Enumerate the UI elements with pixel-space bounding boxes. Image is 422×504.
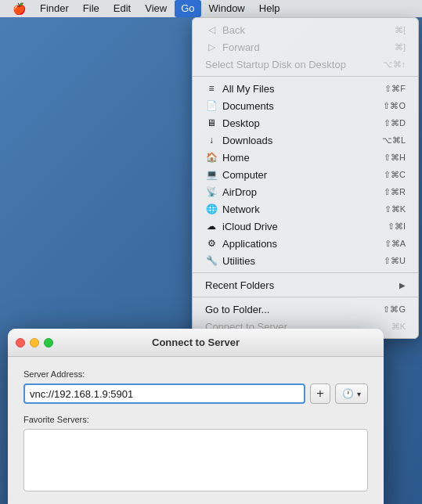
clock-icon: 🕐 (342, 388, 354, 399)
browse-recent-button[interactable]: 🕐 ▾ (335, 383, 368, 404)
recent-folders-arrow: ▶ (399, 281, 406, 290)
icloud-icon: ☁ (205, 220, 218, 232)
separator-2 (193, 272, 418, 273)
menu-network[interactable]: 🌐 Network ⇧⌘K (193, 200, 418, 218)
menu-startup-disk[interactable]: Select Startup Disk on Desktop ⌥⌘↑ (193, 56, 418, 73)
separator-3 (193, 297, 418, 297)
menubar-help[interactable]: Help (253, 0, 287, 17)
menubar-view[interactable]: View (139, 0, 173, 17)
airdrop-icon: 📡 (205, 185, 218, 198)
back-icon: ◁ (205, 23, 218, 36)
applications-icon: ⚙ (205, 237, 218, 250)
downloads-icon: ↓ (205, 134, 218, 146)
forward-icon: ▷ (205, 41, 218, 53)
add-to-favorites-button[interactable]: + (310, 383, 330, 404)
utilities-icon: 🔧 (205, 254, 218, 267)
separator-1 (193, 76, 418, 77)
documents-icon: 📄 (205, 99, 218, 112)
desktop-icon: 🖥 (205, 117, 218, 129)
menubar-go[interactable]: Go (175, 0, 200, 17)
chevron-down-icon: ▾ (357, 390, 361, 398)
favorite-servers-label: Favorite Servers: (23, 415, 368, 424)
menu-airdrop[interactable]: 📡 AirDrop ⇧⌘R (193, 183, 418, 200)
menubar-edit[interactable]: Edit (107, 0, 137, 17)
server-address-label: Server Address: (23, 369, 368, 379)
minimize-button[interactable] (30, 338, 39, 347)
server-address-input[interactable] (23, 383, 305, 404)
traffic-lights (16, 338, 53, 347)
computer-icon: 💻 (205, 168, 218, 181)
menu-forward[interactable]: ▷ Forward ⌘] (193, 38, 418, 56)
menu-downloads[interactable]: ↓ Downloads ⌥⌘L (193, 131, 418, 149)
connect-to-server-dialog: Connect to Server Server Address: + 🕐 ▾ … (8, 329, 384, 504)
menu-back[interactable]: ◁ Back ⌘[ (193, 21, 418, 38)
menu-recent-folders[interactable]: Recent Folders ▶ (193, 276, 418, 293)
dialog-title: Connect to Server (152, 337, 240, 348)
menu-computer[interactable]: 💻 Computer ⇧⌘C (193, 166, 418, 183)
menubar-finder[interactable]: Finder (34, 0, 75, 17)
dialog-body: Server Address: + 🕐 ▾ Favorite Servers: (8, 357, 384, 504)
server-input-row: + 🕐 ▾ (23, 383, 368, 404)
menu-all-my-files[interactable]: ≡ All My Files ⇧⌘F (193, 80, 418, 97)
menubar-file[interactable]: File (77, 0, 106, 17)
menu-home[interactable]: 🏠 Home ⇧⌘H (193, 149, 418, 166)
network-icon: 🌐 (205, 203, 218, 215)
menu-desktop[interactable]: 🖥 Desktop ⇧⌘D (193, 114, 418, 131)
menubar-window[interactable]: Window (203, 0, 251, 17)
zoom-button[interactable] (44, 338, 53, 347)
menubar: 🍎 Finder File Edit View Go Window Help (0, 0, 422, 17)
menu-documents[interactable]: 📄 Documents ⇧⌘O (193, 97, 418, 114)
favorite-servers-list[interactable] (23, 429, 368, 491)
menu-applications[interactable]: ⚙ Applications ⇧⌘A (193, 235, 418, 252)
go-menu: ◁ Back ⌘[ ▷ Forward ⌘] Select Startup Di… (192, 17, 419, 339)
menu-go-to-folder[interactable]: Go to Folder... ⇧⌘G (193, 301, 418, 318)
apple-menu[interactable]: 🍎 (6, 2, 32, 15)
all-files-icon: ≡ (205, 82, 218, 95)
menu-icloud[interactable]: ☁ iCloud Drive ⇧⌘I (193, 218, 418, 235)
home-icon: 🏠 (205, 151, 218, 164)
menu-utilities[interactable]: 🔧 Utilities ⇧⌘U (193, 252, 418, 269)
close-button[interactable] (16, 338, 25, 347)
dialog-titlebar: Connect to Server (8, 329, 384, 357)
